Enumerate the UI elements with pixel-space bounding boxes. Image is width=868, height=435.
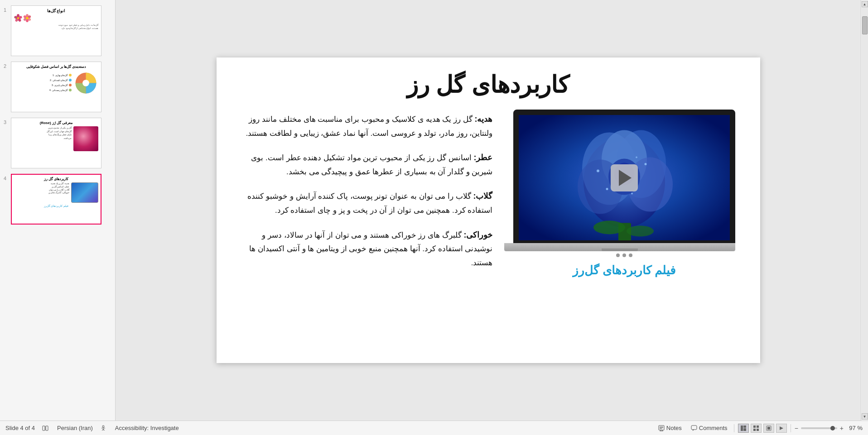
zoom-out-button[interactable]: − xyxy=(795,425,798,432)
play-button[interactable] xyxy=(611,164,638,191)
slide-number-2: 2 xyxy=(4,63,11,69)
accessibility-text: Accessibility: Investigate xyxy=(115,425,179,431)
separator-1 xyxy=(734,424,734,432)
thumb4-body: هدیه: گل رز یک هدیه عطر: اسانس گل رز گلا… xyxy=(14,182,98,203)
laptop-screen xyxy=(513,110,735,243)
zoom-in-button[interactable]: + xyxy=(840,425,844,432)
slide-canvas-wrapper: کاربردهای گل رز xyxy=(116,0,861,421)
svg-point-27 xyxy=(644,163,646,165)
svg-point-16 xyxy=(82,80,89,86)
notes-label: Notes xyxy=(666,425,682,431)
svg-rect-34 xyxy=(43,426,45,430)
slide-thumb-1[interactable]: 1 انواع گل‌ها xyxy=(0,4,115,58)
text-golab: گلاب را می توان به عنوان تونر پوست، پاک … xyxy=(247,192,492,215)
zoom-slider[interactable] xyxy=(801,427,837,429)
slide-thumb-3[interactable]: 3 معرفی گل رُز (Rose) گل رز یکی از محبوب… xyxy=(0,116,115,170)
thumb-box-2: دسته‌بندی گل‌ها بر اساس فصل شکوفایی xyxy=(11,62,101,112)
thumb-box-4: کاربردهای گل رز هدیه: گل رز یک هدیه عطر:… xyxy=(11,174,101,225)
scroll-thumb[interactable] xyxy=(862,16,868,34)
label-atr: عطر: xyxy=(474,153,493,162)
thumb1-text: گل‌ها به دلیل زیبایی و عطر خود مورد توجه… xyxy=(14,24,98,30)
zoom-level[interactable]: 97 % xyxy=(846,425,863,431)
view-buttons xyxy=(738,424,787,433)
text-block-hediyeh: هدیه: گل رز یک هدیه ی کلاسیک و محبوب برا… xyxy=(235,112,493,140)
svg-point-32 xyxy=(593,221,625,234)
svg-point-26 xyxy=(597,170,599,172)
svg-rect-58 xyxy=(767,427,770,430)
slide-number-3: 3 xyxy=(4,120,11,125)
svg-point-7 xyxy=(26,17,29,19)
language-text: Persian (Iran) xyxy=(57,425,93,431)
scroll-down-button[interactable]: ▼ xyxy=(862,413,868,420)
label-khorak: خوراکی: xyxy=(464,230,493,239)
laptop-dot-3 xyxy=(616,253,620,257)
text-khorak: گلبرگ های رز خوراکی هستند و می توان از آ… xyxy=(249,231,492,267)
notes-button[interactable]: Notes xyxy=(656,424,685,432)
svg-point-29 xyxy=(606,188,608,190)
slide-number-1: 1 xyxy=(4,7,11,13)
laptop-dot-2 xyxy=(622,253,626,257)
scroll-up-button[interactable]: ▲ xyxy=(862,1,868,7)
text-block-golab: گلاب: گلاب را می توان به عنوان تونر پوست… xyxy=(235,189,493,217)
svg-point-30 xyxy=(636,157,637,158)
svg-rect-50 xyxy=(741,425,743,431)
slide-sorter-button[interactable] xyxy=(751,424,762,433)
reading-view-button[interactable] xyxy=(763,424,774,433)
play-triangle-icon xyxy=(619,170,632,186)
thumb-box-1: انواع گل‌ها xyxy=(11,5,101,56)
status-left: Slide 4 of 4 Persian (Iran) Accessibilit… xyxy=(5,425,179,432)
status-bar: Slide 4 of 4 Persian (Iran) Accessibilit… xyxy=(0,421,868,435)
slide-thumb-2[interactable]: 2 دسته‌بندی گل‌ها بر اساس فصل شکوفایی xyxy=(0,60,115,114)
label-golab: گلاب: xyxy=(473,191,493,201)
svg-marker-59 xyxy=(780,426,783,430)
separator-2 xyxy=(791,424,791,432)
slide-canvas: کاربردهای گل رز xyxy=(217,57,760,363)
laptop-base xyxy=(504,243,735,251)
slideshow-button[interactable] xyxy=(776,424,787,433)
language-indicator xyxy=(42,425,50,432)
text-block-khorak: خوراکی: گلبرگ های رز خوراکی هستند و می ت… xyxy=(235,228,493,270)
notes-icon xyxy=(658,425,665,431)
comments-icon xyxy=(691,425,697,431)
label-hediyeh: هدیه: xyxy=(475,115,493,124)
slide-text-content: هدیه: گل رز یک هدیه ی کلاسیک و محبوب برا… xyxy=(235,107,493,354)
text-hediyeh: گل رز یک هدیه ی کلاسیک و محبوب برای مناس… xyxy=(246,115,493,138)
status-right: Notes Comments xyxy=(656,424,863,433)
svg-point-33 xyxy=(627,226,654,237)
normal-view-button[interactable] xyxy=(738,424,749,433)
laptop-dot-1 xyxy=(629,253,632,257)
thumb2-title: دسته‌بندی گل‌ها بر اساس فصل شکوفایی xyxy=(14,65,98,69)
thumb1-flowers xyxy=(14,14,98,22)
text-block-atr: عطر: اسانس گل رز یکی از محبوب ترین مواد … xyxy=(235,150,493,179)
zoom-controls: − + 97 % xyxy=(795,425,863,432)
comments-button[interactable]: Comments xyxy=(688,424,730,432)
svg-rect-56 xyxy=(757,429,759,431)
svg-point-28 xyxy=(631,193,633,195)
slide-body: فیلم کاربردهای گل‌رز هدیه: گل رز یک هدیه… xyxy=(217,107,760,354)
svg-rect-55 xyxy=(753,429,756,431)
svg-rect-35 xyxy=(46,426,48,430)
slide-thumb-4[interactable]: 4 کاربردهای گل رز هدیه: گل رز یک هدیه عط… xyxy=(0,172,115,226)
main-area: 1 انواع گل‌ها xyxy=(0,0,868,421)
scroll-track xyxy=(862,7,868,413)
laptop-dots xyxy=(513,253,735,257)
thumb1-title: انواع گل‌ها xyxy=(14,9,98,13)
thumb2-legend: گل‌های بهاری .1 گل‌های تابستانی .2 گل‌ها… xyxy=(49,73,72,93)
comments-label: Comments xyxy=(699,425,728,431)
svg-rect-54 xyxy=(757,425,759,428)
text-atr: اسانس گل رز یکی از محبوب ترین مواد تشکیل… xyxy=(251,153,492,176)
svg-point-37 xyxy=(102,425,104,427)
thumb-box-3: معرفی گل رُز (Rose) گل رز یکی از محبوب‌ت… xyxy=(11,118,101,168)
zoom-slider-thumb xyxy=(830,426,835,430)
scrollbar: ▲ ▼ xyxy=(861,0,868,421)
thumb4-link: فیلم کاربردهای گل‌رز xyxy=(14,205,98,207)
accessibility-icon xyxy=(100,425,108,432)
thumb4-laptop xyxy=(71,182,98,203)
svg-rect-48 xyxy=(691,425,697,430)
thumb4-title: کاربردهای گل رز xyxy=(14,177,98,181)
svg-rect-51 xyxy=(743,425,746,428)
editor-area: کاربردهای گل رز xyxy=(116,0,861,421)
thumb3-rose-image xyxy=(73,126,98,151)
slide-title: کاربردهای گل رز xyxy=(217,57,760,98)
thumb3-title: معرفی گل رُز (Rose) xyxy=(14,121,98,125)
